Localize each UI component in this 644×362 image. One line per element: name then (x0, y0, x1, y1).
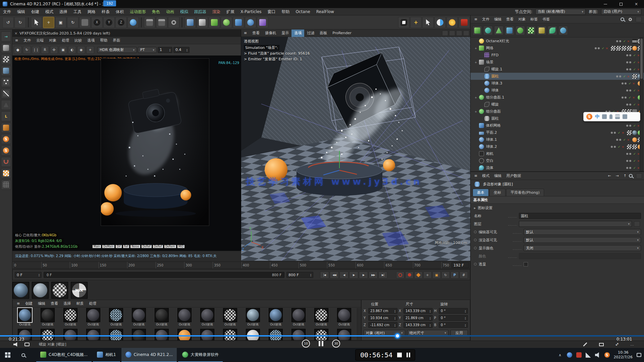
taskbar-app[interactable]: 大黄蜂录屏软件 (178, 348, 223, 362)
taskbar-search-button[interactable] (15, 348, 31, 362)
material-item[interactable]: Oct玻璃 (310, 329, 333, 341)
layer-dropdown[interactable] (519, 221, 632, 227)
expand-icon[interactable]: + (474, 110, 478, 113)
record-rotation-button[interactable]: ↻ (441, 272, 450, 279)
material-item[interactable]: Oct玻璃 (241, 329, 264, 341)
redo-icon[interactable]: ↻ (14, 17, 26, 28)
material-thumb[interactable] (200, 308, 214, 322)
material-item[interactable]: Oct玻璃 (59, 329, 82, 341)
node-space-dropdown[interactable]: 当前 (标准/物理) (535, 9, 586, 15)
material-thumb[interactable] (269, 308, 283, 322)
material-item[interactable]: Oct玻璃 (36, 329, 59, 341)
polygons-mode-icon[interactable] (1, 100, 11, 110)
enable-check-icon[interactable]: ✓ (629, 96, 631, 99)
tray-chevron-icon[interactable]: ∧ (557, 352, 563, 358)
om-menu-item[interactable]: 查看 (504, 16, 516, 23)
gamma-field[interactable]: 0.4▴▾ (173, 47, 190, 53)
end-frame-field[interactable]: 800 F▴▾ (286, 272, 313, 278)
visibility-dots[interactable] (626, 167, 631, 169)
object-row[interactable]: 体积网格 ✓ × (471, 122, 644, 129)
hamburger-icon[interactable]: ≡ (472, 172, 480, 180)
popup-player-icon[interactable] (599, 343, 604, 346)
om-menu-item[interactable]: 书签 (540, 16, 552, 23)
display-color-dot[interactable] (474, 247, 477, 249)
screen-icon[interactable] (24, 343, 30, 346)
coordinate-system-button[interactable] (127, 17, 139, 28)
goto-end-button[interactable]: ▶| (378, 272, 387, 279)
pencil-icon[interactable] (583, 342, 587, 347)
disable-x-icon[interactable]: × (627, 138, 630, 141)
menu-item[interactable]: 模拟 (177, 9, 191, 14)
material-item[interactable]: Oct玻璃 (264, 308, 287, 327)
visibility-dots[interactable] (626, 104, 631, 106)
enable-check-icon[interactable]: ✓ (629, 82, 631, 85)
menu-item[interactable]: 运动图形 (127, 9, 149, 14)
quantize-icon[interactable] (1, 168, 11, 178)
volume-icon[interactable] (13, 342, 18, 347)
menu-item[interactable]: 渲染 (209, 9, 223, 14)
minimize-button[interactable] (598, 0, 613, 8)
octane-focus-icon[interactable]: + (86, 46, 94, 54)
material-menu-item[interactable]: 材质 (73, 300, 86, 307)
viewport-canvas[interactable]: Y X Z (241, 37, 470, 261)
om-add-null-icon[interactable] (473, 26, 482, 35)
disable-x-icon[interactable]: × (637, 103, 640, 106)
menu-item[interactable]: 窗口 (265, 9, 279, 14)
viewport-menu-item[interactable]: 面板 (317, 29, 330, 37)
octane-picker-icon[interactable]: ◉ (77, 46, 85, 54)
material-thumb[interactable] (155, 329, 169, 341)
viewport-menu-item[interactable]: 选项 (291, 29, 304, 37)
collapse-icon[interactable]: ↕ (614, 341, 620, 347)
enable-check-icon[interactable]: ✓ (633, 166, 636, 170)
goto-start-button[interactable]: |◀ (320, 272, 329, 279)
disable-x-icon[interactable]: × (622, 145, 624, 148)
menu-item[interactable]: 帮助 (279, 9, 293, 14)
keyframe-selection-button[interactable] (414, 272, 423, 279)
material-item[interactable]: Oct玻璃 (310, 308, 333, 327)
live-selection-tool[interactable] (31, 17, 42, 28)
material-item[interactable]: Oct玻璃 (196, 308, 219, 327)
viewport-menu-item[interactable]: 摄像机 (262, 29, 279, 37)
material-item[interactable]: Oct玻璃 (150, 329, 173, 341)
material-thumb[interactable] (269, 329, 283, 341)
tray-ime-icon[interactable]: S (604, 352, 610, 358)
kernel-dropdown[interactable]: PT (138, 47, 157, 53)
octane-pause-icon[interactable]: ❘❘ (32, 46, 40, 54)
more-icon[interactable]: … (630, 342, 635, 347)
attribute-tab[interactable]: 基本 (473, 189, 489, 196)
tag-chip[interactable] (632, 39, 637, 44)
object-row[interactable]: 圆柱 ✓ × (471, 73, 644, 80)
renderer-visibility-dropdown[interactable]: 默认 (524, 237, 641, 243)
add-deformer-menu[interactable] (257, 17, 268, 28)
material-thumb[interactable] (223, 329, 237, 341)
menu-item[interactable]: RealFlow (313, 9, 337, 14)
record-parameter-button[interactable]: P (450, 272, 459, 279)
render-pass-tab[interactable]: Dif (115, 245, 122, 248)
viewport-menu-item[interactable]: ProRender (330, 29, 354, 37)
material-thumb[interactable] (291, 308, 306, 322)
render-view-button[interactable] (144, 17, 155, 28)
visibility-dots[interactable] (626, 61, 631, 63)
position-field[interactable]: 10.934 cm▴▾ (368, 315, 397, 321)
tag-chip[interactable] (611, 46, 615, 51)
start-frame-field[interactable]: 0 F▴▾ (15, 272, 42, 278)
object-row[interactable]: OctaneX灯光 ✓ × (471, 38, 644, 45)
render-pass-tab[interactable]: Ref (123, 245, 130, 248)
scale-tool[interactable]: ▣ (55, 17, 66, 28)
edges-mode-icon[interactable] (1, 88, 11, 99)
material-thumb[interactable] (314, 329, 328, 341)
material-thumb[interactable] (86, 329, 100, 341)
up-icon[interactable]: ↑ (621, 172, 629, 180)
prev-frame-button[interactable]: ◀ (339, 272, 348, 279)
menu-item[interactable]: Octane (293, 9, 313, 14)
record-scale-button[interactable]: ▣ (432, 272, 441, 279)
menu-item[interactable]: 模式 (42, 9, 56, 14)
rotate-tool[interactable]: ↻ (67, 17, 78, 28)
octane-region-icon[interactable]: R (41, 46, 49, 54)
material-item[interactable]: Oct玻璃 (173, 329, 196, 341)
octane-menu-item[interactable]: 文件 (21, 37, 34, 44)
render-settings-button[interactable] (168, 17, 179, 28)
xray-checkbox[interactable] (524, 262, 528, 266)
material-thumb[interactable] (337, 308, 351, 322)
tweak-mode-icon[interactable] (434, 17, 446, 28)
